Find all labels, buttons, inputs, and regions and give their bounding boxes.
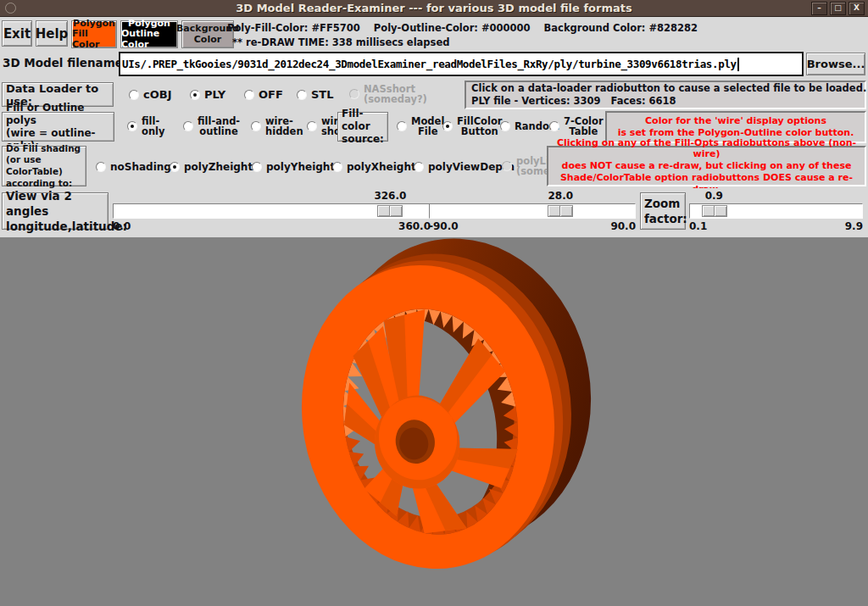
latitude-max: 90.0 (610, 220, 636, 232)
radio-fillcolor-button[interactable]: FillColorButton (442, 116, 503, 137)
zoom-trough[interactable] (689, 203, 863, 219)
radio-icon (190, 90, 200, 100)
radio-7color-table[interactable]: 7-ColorTable (549, 116, 604, 137)
view-angles-label: View via 2 angles longitude,latitude: (2, 192, 108, 230)
minimize-icon[interactable]: – (811, 2, 827, 15)
longitude-value: 326.0 (374, 190, 406, 202)
radio-polyxheight[interactable]: polyXheight (332, 161, 416, 173)
data-loader-row: Data Loader to use: cOBJ PLY OFF STL NAS… (0, 80, 868, 110)
shading-note-panel: Clicking on any of the Fill-Opts radiobu… (547, 146, 866, 186)
title-bar: 3D Model Reader-Examiner --- for various… (0, 0, 868, 17)
radio-icon (500, 121, 510, 131)
radio-icon (549, 121, 559, 131)
fill-color-source-label: Fill-color source: (337, 112, 388, 142)
filename-row: 3D Model filename: UIs/.PREP_tkGooies/90… (0, 49, 868, 80)
longitude-slider[interactable]: 326.0 0.0 360.0 (113, 191, 431, 236)
latitude-handle[interactable] (548, 205, 573, 217)
radio-icon (251, 121, 261, 131)
radio-cobj[interactable]: cOBJ (129, 88, 172, 101)
radio-icon (332, 162, 342, 172)
zoom-value: 0.9 (705, 190, 723, 202)
toolbar: Exit Help Polygon Fill Color Polygon Out… (0, 17, 868, 49)
help-button[interactable]: Help (36, 20, 68, 47)
loader-info-panel: Click on a data-loader radiobutton to ca… (465, 81, 866, 109)
model-canvas (0, 237, 868, 606)
zoom-max: 9.9 (845, 220, 863, 232)
background-color-value: Background Color: #828282 (544, 22, 698, 34)
radio-off[interactable]: OFF (244, 88, 283, 101)
radio-noshading[interactable]: noShading (96, 161, 171, 173)
longitude-max: 360.0 (398, 220, 431, 232)
radio-polyzheight[interactable]: polyZheight (170, 161, 253, 173)
longitude-handle[interactable] (377, 205, 403, 217)
maximize-icon[interactable]: □ (830, 2, 846, 15)
radio-icon (129, 90, 139, 100)
radio-ply[interactable]: PLY (190, 88, 225, 101)
polygon-fill-color-button[interactable]: Polygon Fill Color (71, 20, 117, 48)
radio-nasshort[interactable]: NASshort (someday?) (349, 84, 427, 105)
radio-icon (502, 161, 512, 171)
window-title: 3D Model Reader-Examiner --- for various… (0, 2, 868, 14)
radio-polyviewdepth[interactable]: polyViewDepth (414, 161, 515, 173)
latitude-min: -90.0 (429, 220, 459, 232)
radio-icon (127, 121, 137, 131)
radio-icon (252, 162, 262, 172)
text-cursor (737, 58, 739, 71)
radio-fill-only[interactable]: fill-only (127, 116, 165, 137)
polygon-outline-color-button[interactable]: Polygon Outline Color (120, 20, 178, 48)
radio-icon (297, 90, 307, 100)
radio-icon (307, 121, 317, 131)
browse-button[interactable]: Browse... (806, 53, 865, 75)
background-color-button[interactable]: Background Color (181, 20, 234, 48)
view-controls-row: View via 2 angles longitude,latitude: 32… (0, 188, 868, 237)
filename-label: 3D Model filename: (3, 56, 127, 69)
radio-stl[interactable]: STL (297, 88, 334, 101)
radio-wire-hidden[interactable]: wire-hidden (251, 116, 303, 137)
radio-icon (244, 90, 254, 100)
radio-icon (414, 162, 424, 172)
poly-outline-color-value: Poly-Outline-Color: #000000 (374, 22, 531, 34)
zoom-handle[interactable] (702, 205, 727, 217)
zoom-factor-label: Zoom factor: (640, 192, 686, 230)
radio-icon (349, 89, 359, 99)
redraw-time: ** re-DRAW TIME: 338 millisecs elapsed (227, 36, 698, 50)
poly-fill-color-value: Poly-Fill-Color: #FF5700 (227, 22, 360, 34)
color-status-line: Poly-Fill-Color: #FF5700Poly-Outline-Col… (227, 21, 698, 36)
fill-outline-label: Fill or Outline polys (wire = outline-on… (2, 112, 114, 142)
radio-icon (183, 121, 193, 131)
longitude-trough[interactable] (113, 203, 431, 219)
exit-button[interactable]: Exit (2, 20, 32, 47)
app-window: 3D Model Reader-Examiner --- for various… (0, 0, 868, 606)
longitude-min: 0.0 (113, 220, 131, 232)
radio-polyyheight[interactable]: polyYheight (252, 161, 335, 173)
latitude-trough[interactable] (429, 203, 636, 219)
latitude-value: 28.0 (548, 190, 573, 202)
radio-model-file[interactable]: ModelFile (397, 116, 444, 137)
radio-icon (170, 162, 180, 172)
3d-model-render (0, 237, 868, 606)
zoom-min: 0.1 (689, 220, 707, 232)
shading-row: Do Fill shading (or use ColorTable) acco… (0, 144, 868, 188)
radio-fill-and-outline[interactable]: fill-and-outline (183, 116, 240, 137)
close-icon[interactable]: X (849, 2, 865, 15)
radio-icon (96, 162, 106, 172)
radio-icon (397, 121, 407, 131)
shading-label: Do Fill shading (or use ColorTable) acco… (2, 146, 86, 186)
zoom-slider[interactable]: 0.9 0.1 9.9 (689, 191, 863, 236)
latitude-slider[interactable]: 28.0 -90.0 90.0 (429, 191, 636, 236)
radio-icon (442, 121, 453, 131)
filename-input[interactable]: UIs/.PREP_tkGooies/9031d_2012dec24_3Dmod… (119, 52, 804, 76)
